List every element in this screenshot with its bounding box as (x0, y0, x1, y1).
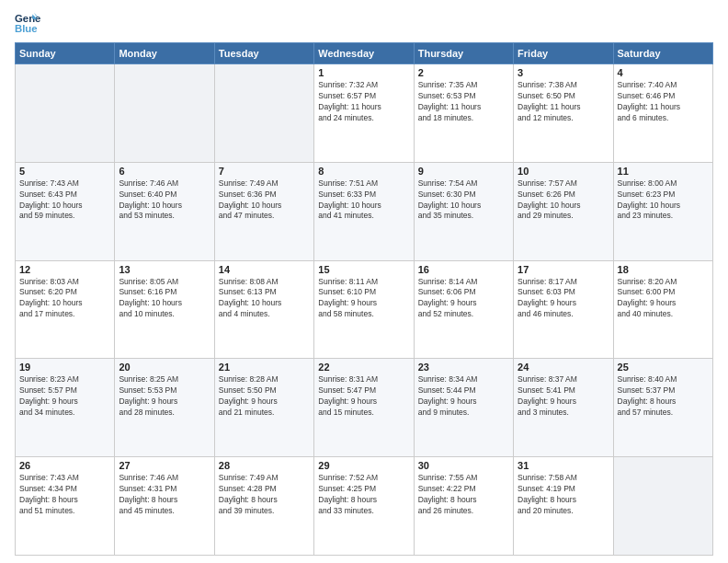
day-cell: 22Sunrise: 8:31 AM Sunset: 5:47 PM Dayli… (314, 359, 414, 457)
day-info: Sunrise: 7:54 AM Sunset: 6:30 PM Dayligh… (418, 178, 509, 223)
day-info: Sunrise: 8:37 AM Sunset: 5:41 PM Dayligh… (518, 374, 609, 419)
day-number: 21 (219, 362, 310, 373)
day-cell: 23Sunrise: 8:34 AM Sunset: 5:44 PM Dayli… (414, 359, 513, 457)
day-info: Sunrise: 8:40 AM Sunset: 5:37 PM Dayligh… (618, 374, 709, 419)
day-info: Sunrise: 7:52 AM Sunset: 4:25 PM Dayligh… (318, 473, 409, 517)
day-cell: 30Sunrise: 7:55 AM Sunset: 4:22 PM Dayli… (414, 457, 513, 556)
day-cell: 25Sunrise: 8:40 AM Sunset: 5:37 PM Dayli… (613, 359, 712, 457)
day-number: 28 (219, 460, 310, 471)
logo-icon: General Blue (15, 11, 40, 37)
day-cell: 6Sunrise: 7:46 AM Sunset: 6:40 PM Daylig… (115, 162, 214, 260)
day-number: 1 (318, 67, 409, 78)
week-row-4: 19Sunrise: 8:23 AM Sunset: 5:57 PM Dayli… (16, 359, 713, 457)
day-number: 2 (418, 67, 509, 78)
calendar-table: SundayMondayTuesdayWednesdayThursdayFrid… (15, 42, 713, 556)
day-cell: 11Sunrise: 8:00 AM Sunset: 6:23 PM Dayli… (613, 162, 712, 260)
day-cell: 19Sunrise: 8:23 AM Sunset: 5:57 PM Dayli… (16, 359, 115, 457)
svg-text:Blue: Blue (15, 23, 38, 34)
day-number: 19 (19, 362, 110, 373)
day-info: Sunrise: 8:23 AM Sunset: 5:57 PM Dayligh… (19, 374, 110, 419)
day-cell: 20Sunrise: 8:25 AM Sunset: 5:53 PM Dayli… (115, 359, 214, 457)
day-info: Sunrise: 7:49 AM Sunset: 4:28 PM Dayligh… (219, 473, 310, 517)
day-info: Sunrise: 8:03 AM Sunset: 6:20 PM Dayligh… (19, 277, 110, 321)
logo: General Blue (15, 11, 40, 37)
day-cell: 16Sunrise: 8:14 AM Sunset: 6:06 PM Dayli… (414, 260, 513, 359)
day-info: Sunrise: 8:34 AM Sunset: 5:44 PM Dayligh… (418, 374, 509, 419)
week-row-3: 12Sunrise: 8:03 AM Sunset: 6:20 PM Dayli… (16, 260, 713, 359)
day-info: Sunrise: 7:32 AM Sunset: 6:57 PM Dayligh… (318, 80, 409, 124)
day-number: 9 (418, 166, 509, 177)
day-info: Sunrise: 8:11 AM Sunset: 6:10 PM Dayligh… (318, 277, 409, 321)
day-number: 22 (318, 362, 409, 373)
day-cell: 4Sunrise: 7:40 AM Sunset: 6:46 PM Daylig… (613, 64, 712, 163)
weekday-monday: Monday (115, 43, 214, 64)
day-info: Sunrise: 7:35 AM Sunset: 6:53 PM Dayligh… (418, 80, 509, 124)
day-cell (115, 64, 214, 163)
day-number: 7 (219, 166, 310, 177)
day-cell: 21Sunrise: 8:28 AM Sunset: 5:50 PM Dayli… (214, 359, 313, 457)
day-info: Sunrise: 7:40 AM Sunset: 6:46 PM Dayligh… (618, 80, 709, 124)
day-cell: 18Sunrise: 8:20 AM Sunset: 6:00 PM Dayli… (613, 260, 712, 359)
day-info: Sunrise: 7:46 AM Sunset: 6:40 PM Dayligh… (119, 178, 210, 223)
header: General Blue (15, 11, 713, 37)
day-number: 8 (318, 166, 409, 177)
week-row-5: 26Sunrise: 7:43 AM Sunset: 4:34 PM Dayli… (16, 457, 713, 556)
day-info: Sunrise: 7:49 AM Sunset: 6:36 PM Dayligh… (219, 178, 310, 223)
weekday-header-row: SundayMondayTuesdayWednesdayThursdayFrid… (16, 43, 713, 64)
day-cell (16, 64, 115, 163)
day-number: 15 (318, 264, 409, 275)
day-cell: 1Sunrise: 7:32 AM Sunset: 6:57 PM Daylig… (314, 64, 414, 163)
day-info: Sunrise: 7:58 AM Sunset: 4:19 PM Dayligh… (518, 473, 609, 517)
day-info: Sunrise: 8:28 AM Sunset: 5:50 PM Dayligh… (219, 374, 310, 419)
day-info: Sunrise: 8:14 AM Sunset: 6:06 PM Dayligh… (418, 277, 509, 321)
day-number: 29 (318, 460, 409, 471)
day-number: 10 (518, 166, 609, 177)
day-info: Sunrise: 8:05 AM Sunset: 6:16 PM Dayligh… (119, 277, 210, 321)
weekday-sunday: Sunday (16, 43, 115, 64)
day-cell: 29Sunrise: 7:52 AM Sunset: 4:25 PM Dayli… (314, 457, 414, 556)
day-cell: 5Sunrise: 7:43 AM Sunset: 6:43 PM Daylig… (16, 162, 115, 260)
day-info: Sunrise: 7:57 AM Sunset: 6:26 PM Dayligh… (518, 178, 609, 223)
week-row-2: 5Sunrise: 7:43 AM Sunset: 6:43 PM Daylig… (16, 162, 713, 260)
day-number: 4 (618, 67, 709, 78)
page: General Blue SundayMondayTuesdayWednesda… (0, 0, 728, 563)
day-number: 31 (518, 460, 609, 471)
day-info: Sunrise: 7:46 AM Sunset: 4:31 PM Dayligh… (119, 473, 210, 517)
day-cell: 26Sunrise: 7:43 AM Sunset: 4:34 PM Dayli… (16, 457, 115, 556)
day-info: Sunrise: 8:20 AM Sunset: 6:00 PM Dayligh… (618, 277, 709, 321)
day-cell: 28Sunrise: 7:49 AM Sunset: 4:28 PM Dayli… (214, 457, 313, 556)
day-number: 11 (618, 166, 709, 177)
weekday-saturday: Saturday (613, 43, 712, 64)
weekday-wednesday: Wednesday (314, 43, 414, 64)
day-info: Sunrise: 8:08 AM Sunset: 6:13 PM Dayligh… (219, 277, 310, 321)
day-cell (214, 64, 313, 163)
day-cell: 27Sunrise: 7:46 AM Sunset: 4:31 PM Dayli… (115, 457, 214, 556)
day-cell: 17Sunrise: 8:17 AM Sunset: 6:03 PM Dayli… (514, 260, 613, 359)
day-info: Sunrise: 8:17 AM Sunset: 6:03 PM Dayligh… (518, 277, 609, 321)
day-number: 13 (119, 264, 210, 275)
day-info: Sunrise: 8:25 AM Sunset: 5:53 PM Dayligh… (119, 374, 210, 419)
day-cell (613, 457, 712, 556)
day-number: 30 (418, 460, 509, 471)
day-info: Sunrise: 8:31 AM Sunset: 5:47 PM Dayligh… (318, 374, 409, 419)
day-info: Sunrise: 7:55 AM Sunset: 4:22 PM Dayligh… (418, 473, 509, 517)
day-number: 26 (19, 460, 110, 471)
day-info: Sunrise: 7:43 AM Sunset: 4:34 PM Dayligh… (19, 473, 110, 517)
day-cell: 9Sunrise: 7:54 AM Sunset: 6:30 PM Daylig… (414, 162, 513, 260)
day-info: Sunrise: 8:00 AM Sunset: 6:23 PM Dayligh… (618, 178, 709, 223)
day-number: 25 (618, 362, 709, 373)
day-number: 6 (119, 166, 210, 177)
day-cell: 12Sunrise: 8:03 AM Sunset: 6:20 PM Dayli… (16, 260, 115, 359)
day-cell: 24Sunrise: 8:37 AM Sunset: 5:41 PM Dayli… (514, 359, 613, 457)
day-number: 5 (19, 166, 110, 177)
day-number: 16 (418, 264, 509, 275)
day-cell: 14Sunrise: 8:08 AM Sunset: 6:13 PM Dayli… (214, 260, 313, 359)
day-number: 23 (418, 362, 509, 373)
day-number: 24 (518, 362, 609, 373)
day-cell: 13Sunrise: 8:05 AM Sunset: 6:16 PM Dayli… (115, 260, 214, 359)
day-number: 14 (219, 264, 310, 275)
day-info: Sunrise: 7:43 AM Sunset: 6:43 PM Dayligh… (19, 178, 110, 223)
day-number: 27 (119, 460, 210, 471)
weekday-friday: Friday (514, 43, 613, 64)
day-number: 20 (119, 362, 210, 373)
